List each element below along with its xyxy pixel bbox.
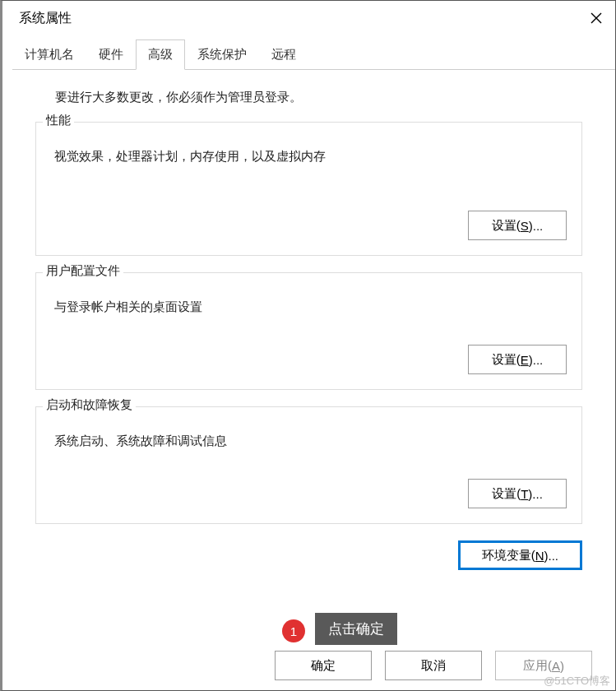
group-user-profiles-desc: 与登录帐户相关的桌面设置: [54, 299, 567, 315]
group-user-profiles-legend: 用户配置文件: [43, 263, 123, 279]
tab-remote[interactable]: 远程: [259, 39, 308, 70]
environment-variables-button[interactable]: 环境变量(N)...: [458, 540, 582, 570]
annotation-step-badge: 1: [282, 619, 305, 642]
group-user-profiles: 用户配置文件 与登录帐户相关的桌面设置 设置(E)...: [35, 272, 582, 390]
tab-system-protection[interactable]: 系统保护: [185, 39, 259, 70]
group-startup-recovery: 启动和故障恢复 系统启动、系统故障和调试信息 设置(T)...: [35, 406, 582, 524]
group-performance-desc: 视觉效果，处理器计划，内存使用，以及虚拟内存: [54, 149, 567, 165]
group-startup-recovery-desc: 系统启动、系统故障和调试信息: [54, 434, 567, 449]
tab-hardware[interactable]: 硬件: [86, 39, 136, 70]
annotation-tooltip: 点击确定: [315, 613, 397, 645]
group-performance-legend: 性能: [43, 113, 74, 128]
window-title: 系统属性: [19, 10, 72, 27]
user-profiles-settings-button[interactable]: 设置(E)...: [468, 345, 567, 374]
close-icon: [591, 12, 602, 24]
tab-advanced[interactable]: 高级: [136, 39, 185, 70]
cancel-button[interactable]: 取消: [385, 651, 482, 680]
group-startup-recovery-legend: 启动和故障恢复: [43, 397, 136, 413]
watermark: @51CTO博客: [544, 674, 610, 689]
performance-settings-button[interactable]: 设置(S)...: [468, 211, 567, 240]
ok-button[interactable]: 确定: [275, 651, 372, 680]
startup-recovery-settings-button[interactable]: 设置(T)...: [468, 479, 567, 508]
admin-notice: 要进行大多数更改，你必须作为管理员登录。: [35, 90, 582, 105]
group-performance: 性能 视觉效果，处理器计划，内存使用，以及虚拟内存 设置(S)...: [35, 122, 582, 256]
tab-strip: 计算机名 硬件 高级 系统保护 远程: [12, 39, 615, 70]
system-properties-window: 系统属性 计算机名 硬件 高级 系统保护 远程 要进行大多数更改，你必须作为管理…: [0, 0, 616, 691]
tab-computer-name[interactable]: 计算机名: [12, 39, 86, 70]
tab-content-advanced: 要进行大多数更改，你必须作为管理员登录。 性能 视觉效果，处理器计划，内存使用，…: [2, 70, 615, 587]
close-button[interactable]: [577, 1, 615, 35]
titlebar: 系统属性: [2, 1, 615, 35]
